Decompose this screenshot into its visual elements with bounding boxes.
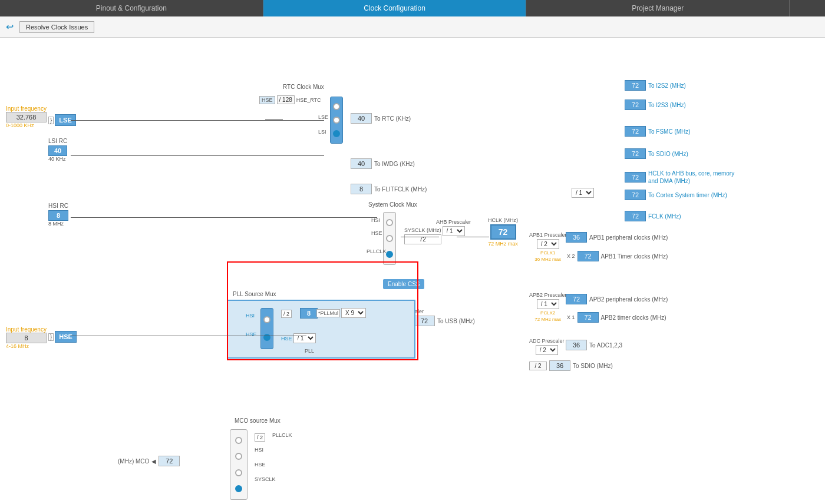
apb1-periph-label: APB1 peripheral clocks (MHz) — [589, 234, 668, 241]
mco-mux-pllclk[interactable] — [235, 437, 242, 444]
hse-bracket: } — [48, 333, 54, 341]
apb1-timer-group: X 2 72 APB1 Timer clocks (MHz) — [566, 251, 668, 261]
hclk-max: 72 MHz max — [488, 241, 518, 247]
apb2-prescaler-select[interactable]: / 1 — [537, 299, 559, 309]
lsi-value-box[interactable]: 40 — [48, 145, 67, 156]
input-freq-1-value[interactable]: 32.768 — [6, 112, 47, 122]
to-rtc-group: 40 To RTC (KHz) — [351, 113, 411, 124]
diagram-area: Input frequency 32.768 0-1000 KHz } LSE … — [0, 38, 825, 504]
line-lse-mux — [71, 120, 324, 121]
pclk1-max: 36 MHz max — [534, 257, 561, 262]
enable-css-button[interactable]: Enable CSS — [383, 279, 424, 289]
usb-value: 72 — [414, 316, 435, 326]
fclk-group: 72 FCLK (MHz) — [625, 211, 681, 221]
rtc-mux-lsi-label: LSI — [318, 129, 326, 135]
to-fsmc-label: To FSMC (MHz) — [648, 128, 691, 135]
apb1-prescaler-select[interactable]: / 2 — [537, 239, 559, 249]
apb1-periph-group: 36 APB1 peripheral clocks (MHz) — [566, 232, 668, 243]
hclk-value[interactable]: 72 — [490, 224, 516, 240]
mco-pllclk-label: PLLCLK — [272, 432, 292, 438]
undo-button[interactable]: ↩ — [6, 21, 14, 32]
mco-mux-hsi[interactable] — [235, 453, 242, 460]
to-flit-label: To FLITFCLK (MHz) — [374, 186, 427, 193]
input-freq-1-group: Input frequency 32.768 0-1000 KHz — [6, 105, 47, 128]
adc-label: To ADC1,2,3 — [589, 342, 622, 349]
hclk-group: HCLK (MHz) 72 72 MHz max — [488, 217, 518, 247]
cortex-div-select[interactable]: / 1 — [572, 188, 594, 198]
pllmul-label: *PLLMul — [316, 309, 340, 317]
adc-prescaler-select[interactable]: / 2 — [536, 345, 558, 355]
usb-label: To USB (MHz) — [437, 318, 475, 324]
tab-clock[interactable]: Clock Configuration — [263, 0, 527, 16]
input-freq-2-group: Input frequency 8 4-16 MHz — [6, 326, 47, 349]
x2-label: X 2 — [567, 253, 575, 259]
mco-source-mux-label: MCO source Mux — [235, 417, 280, 424]
pll-mul-select[interactable]: X 9 X 2 X 3 — [341, 308, 366, 318]
hclk-ahb-value: 72 — [625, 172, 646, 183]
sysclk-mux[interactable] — [383, 212, 396, 265]
input-freq-1-range: 0-1000 KHz — [6, 122, 47, 128]
sdio-bottom-value: 36 — [549, 360, 570, 371]
resolve-clock-issues-button[interactable]: Resolve Clock Issues — [19, 21, 94, 33]
line-hse — [71, 336, 306, 336]
pll-input-value[interactable]: 8 — [300, 308, 318, 319]
mco-mux-sysclk[interactable] — [235, 485, 242, 492]
mco-mux-hse[interactable] — [235, 469, 242, 476]
hse-prediv-select[interactable]: / 1 — [293, 333, 316, 343]
rtc-mux-lsi[interactable] — [333, 130, 340, 137]
to-sdio-top-value: 72 — [625, 148, 646, 159]
mco-label: (MHz) MCO — [118, 458, 149, 465]
input-freq-2-value[interactable]: 8 — [6, 333, 47, 343]
ahb-prescaler-label: AHB Prescaler — [436, 219, 471, 225]
top-nav: Pinout & Configuration Clock Configurati… — [0, 0, 825, 16]
fclk-value: 72 — [625, 211, 646, 221]
system-clock-mux-label: System Clock Mux — [368, 201, 417, 208]
apb2-prescaler-label: APB2 Prescaler — [529, 292, 567, 298]
mco-value: 72 — [159, 456, 180, 466]
toolbar: ↩ Resolve Clock Issues — [0, 16, 825, 38]
pll-div2-label: / 2 — [281, 310, 292, 318]
pll-mux-hse[interactable] — [263, 334, 270, 341]
lsi-unit: 40 KHz — [48, 156, 67, 162]
pll-hse-label: HSE — [246, 331, 257, 337]
to-iwdg-label: To IWDG (KHz) — [374, 161, 415, 167]
to-flit-group: 8 To FLITFCLK (MHz) — [351, 184, 427, 194]
to-rtc-value: 40 — [351, 113, 372, 124]
hse-128-group: HSE / 128 HSE_RTC — [259, 95, 321, 104]
hse-box[interactable]: HSE — [55, 331, 77, 343]
apb1-prescaler-label: APB1 Prescaler — [529, 232, 567, 238]
to-i2s3-label: To I2S3 (MHz) — [648, 102, 686, 108]
mco-mux[interactable] — [230, 429, 248, 500]
adc-prescaler-label: ADC Prescaler — [529, 338, 565, 344]
hclk-ahb-group: 72 HCLK to AHB bus, core, memory and DMA… — [625, 170, 742, 185]
hsi-unit: 8 MHz — [48, 221, 68, 227]
tab-project-manager[interactable]: Project Manager — [526, 0, 790, 16]
pll-source-mux[interactable] — [260, 308, 273, 349]
apb2-prescaler-group: APB2 Prescaler / 1 PCLK2 72 MHz max — [529, 292, 567, 322]
sysclk-mux-hse[interactable] — [386, 235, 393, 242]
lsi-rc-group: LSI RC 40 40 KHz — [48, 138, 67, 162]
tab-extra[interactable] — [790, 0, 825, 16]
apb2-timer-value: 72 — [578, 312, 599, 323]
sdio-bottom-label: To SDIO (MHz) — [573, 363, 613, 369]
pll-source-mux-label: PLL Source Mux — [233, 291, 276, 297]
to-i2s2-group: 72 To I2S2 (MHz) — [625, 80, 686, 91]
rtc-mux-hse[interactable] — [333, 103, 340, 110]
sysclk-mux-hsi[interactable] — [386, 219, 393, 226]
pll-hsi-label: HSI — [246, 313, 255, 319]
rtc-mux[interactable] — [330, 97, 343, 144]
hsi-value-box[interactable]: 8 — [48, 210, 68, 221]
apb2-periph-label: APB2 peripheral clocks (MHz) — [589, 296, 668, 303]
adc-prescaler-group: ADC Prescaler / 2 — [529, 338, 565, 355]
ahb-prescaler-select[interactable]: / 1 — [443, 226, 465, 236]
rtc-mux-lse[interactable] — [333, 117, 340, 124]
line-sysclk-ahb — [401, 237, 439, 237]
sysclk-mux-pll[interactable] — [386, 251, 393, 258]
pll-mux-hsi[interactable] — [263, 316, 270, 323]
main-area: Input frequency 32.768 0-1000 KHz } LSE … — [0, 38, 825, 504]
enable-css-area: Enable CSS — [383, 279, 424, 289]
hse-rtc-label: HSE_RTC — [296, 97, 321, 103]
tab-pinout[interactable]: Pinout & Configuration — [0, 0, 263, 16]
pclk1-label: PCLK1 — [540, 250, 555, 256]
rtc-clock-mux-label: RTC Clock Mux — [283, 84, 324, 90]
